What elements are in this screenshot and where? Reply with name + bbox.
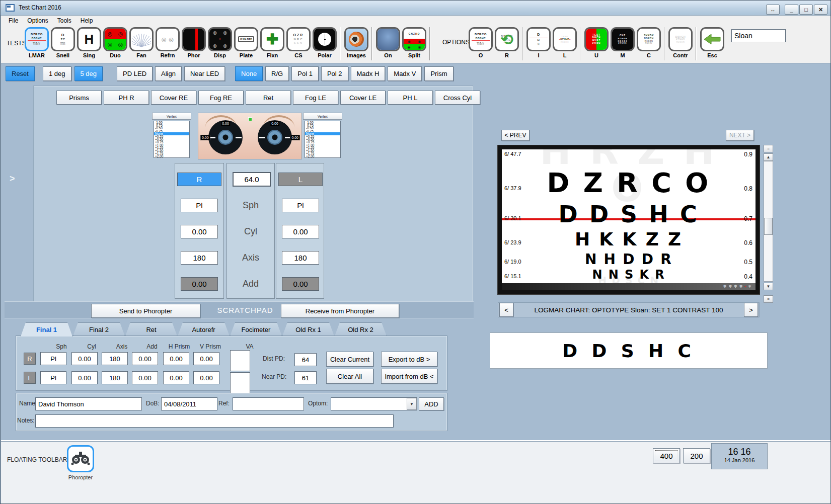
aux-lens-listbox[interactable]: -1.00-0.75-0.50-0.25None+0.25+0.50+0.75+…	[305, 121, 341, 158]
final-l-add-field[interactable]: 0.00	[132, 371, 158, 384]
option-r-button[interactable]: DZRCODSHCHKZZ⟲R	[494, 27, 520, 58]
optom-dropdown[interactable]: ▼	[331, 397, 417, 410]
aux-lens-option[interactable]: +2.00	[154, 155, 189, 158]
chart-size-down-button[interactable]: =	[764, 295, 773, 303]
option-esc-button[interactable]: Esc	[699, 27, 725, 58]
control-r-g-button[interactable]: R/G	[265, 66, 289, 81]
phoropter-toolbar-button[interactable]	[67, 445, 94, 472]
test-polar-button[interactable]: Polar	[312, 27, 338, 58]
final-l-axis-field[interactable]: 180	[102, 371, 128, 384]
aux-list-header-button[interactable]: Vertex	[303, 113, 342, 120]
final-r-va-field[interactable]	[230, 350, 250, 371]
rx-l-axis-field[interactable]: 180	[282, 251, 319, 265]
close-button[interactable]: ✕	[814, 5, 827, 15]
resize-width-button[interactable]: ↔	[766, 5, 780, 15]
rx-l-add-field[interactable]: 0.00	[282, 277, 319, 291]
export-to-db-button[interactable]: Export to dB >	[381, 352, 437, 367]
left-eye-header[interactable]: L	[278, 173, 323, 186]
ref-field[interactable]	[233, 397, 304, 410]
scrollbar-thumb[interactable]	[764, 218, 773, 235]
test-cs-button[interactable]: OZRNRCSSNCS	[285, 27, 312, 58]
control-pol-1-button[interactable]: Pol 1	[291, 66, 319, 81]
menu-help[interactable]: Help	[76, 16, 98, 25]
dist-pd-field[interactable]: 64	[294, 353, 317, 366]
menu-file[interactable]: File	[4, 16, 23, 25]
function-prisms-button[interactable]: Prisms	[56, 91, 102, 105]
option-m-button[interactable]: CNZNZHKHODOZOZRNROM	[610, 27, 636, 58]
test-lmar-button[interactable]: DZRCODDSHCHKKZZNHDDRLMAR	[24, 27, 50, 58]
tab-focimeter[interactable]: Focimeter	[230, 322, 282, 336]
optotype-input[interactable]	[731, 29, 786, 42]
final-l-cyl-field[interactable]: 0.00	[71, 371, 98, 384]
control-1-deg-button[interactable]: 1 deg	[43, 66, 71, 81]
option-l-button[interactable]: ZRNO–KZNHD–RKZHOL	[552, 27, 578, 58]
test-sing-button[interactable]: HSing	[76, 27, 102, 58]
chart-size-up-button[interactable]: =	[764, 145, 773, 152]
final-l-h-prism-field[interactable]: 0.00	[163, 371, 189, 384]
test-fixn-button[interactable]: ✚Fixn	[259, 27, 285, 58]
final-r-h-prism-field[interactable]: 0.00	[163, 352, 189, 365]
rx-r-cyl-field[interactable]: 0.00	[181, 225, 218, 238]
aux-lens-option[interactable]: +2.00	[305, 155, 340, 158]
receive-from-phoropter-button[interactable]: Receive from Phoropter	[281, 304, 399, 318]
tab-ret[interactable]: Ret	[125, 322, 177, 336]
option-o-button[interactable]: DZRCODDSHCHKKZZNHDDRO	[468, 27, 494, 58]
add-patient-button[interactable]: ADD	[419, 397, 444, 410]
test-duo-button[interactable]: ◎◎◎◎Duo	[102, 27, 128, 58]
test-disp-button[interactable]: ◎◎◎◎+Disp	[207, 27, 233, 58]
status-next-button[interactable]: >	[744, 303, 758, 317]
expand-left-arrow[interactable]: >	[10, 174, 15, 184]
function-ph-r-button[interactable]: PH R	[104, 91, 149, 105]
final-l-sph-field[interactable]: Pl	[40, 371, 66, 384]
clear-current-button[interactable]: Clear Current	[326, 352, 373, 367]
function-ret-button[interactable]: Ret	[246, 91, 291, 105]
tab-final-1[interactable]: Final 1	[21, 322, 72, 337]
status-prev-button[interactable]: <	[499, 303, 513, 317]
final-r-axis-field[interactable]: 180	[102, 352, 128, 365]
near-pd-field[interactable]: 61	[294, 371, 317, 384]
test-split-button[interactable]: CNZHD◉◉◉◉Split	[401, 27, 427, 58]
test-refrn-button[interactable]: ◎◎Refrn	[155, 27, 181, 58]
scroll-up-button[interactable]: ▲	[764, 153, 773, 161]
control-none-button[interactable]: None	[235, 66, 263, 81]
test-fan-button[interactable]: Fan	[128, 27, 155, 58]
test-phor-button[interactable]: Phor	[181, 27, 207, 58]
final-r-cyl-field[interactable]: 0.00	[71, 352, 98, 365]
function-cross-cyl-button[interactable]: Cross Cyl	[435, 91, 480, 105]
maximize-button[interactable]: □	[799, 5, 813, 15]
aux-list-header-button[interactable]: Vertex	[152, 113, 191, 120]
name-field[interactable]	[35, 397, 142, 410]
control-madx-v-button[interactable]: Madx V	[388, 66, 422, 81]
chart-prev-button[interactable]: < PREV	[501, 130, 530, 141]
final-l-va-field[interactable]	[230, 372, 250, 393]
import-from-db-button[interactable]: Import from dB <	[381, 369, 437, 384]
function-fog-re-button[interactable]: Fog RE	[198, 91, 244, 105]
rx-l-cyl-field[interactable]: 0.00	[282, 225, 319, 238]
tab-autorefr[interactable]: Autorefr	[178, 322, 230, 336]
tab-old-rx-2[interactable]: Old Rx 2	[335, 322, 387, 336]
chart-scrollbar[interactable]	[764, 161, 773, 282]
tab-final-2[interactable]: Final 2	[73, 322, 125, 336]
control-near-led-button[interactable]: Near LED	[184, 66, 225, 81]
option-c-button[interactable]: SVKDKNORCHRODZNRNKRVC	[636, 27, 662, 58]
final-r-v-prism-field[interactable]: 0.00	[193, 352, 219, 365]
control-5-deg-button[interactable]: 5 deg	[74, 66, 103, 81]
clear-all-button[interactable]: Clear All	[326, 369, 373, 384]
aux-lens-listbox[interactable]: -1.00-0.75-0.50-0.25None+0.25+0.50+0.75+…	[154, 121, 190, 158]
dropdown-arrow-icon[interactable]: ▼	[407, 398, 417, 410]
rx-l-sph-field[interactable]: Pl	[282, 199, 319, 212]
option-i-button[interactable]: DHNI	[525, 27, 552, 58]
notes-field[interactable]	[35, 414, 394, 428]
final-r-sph-field[interactable]: Pl	[40, 352, 66, 365]
function-ph-l-button[interactable]: PH L	[388, 91, 433, 105]
option-u-button[interactable]: TCBTNHCNHVBZKORNU	[583, 27, 610, 58]
dob-field[interactable]	[161, 397, 217, 410]
menu-options[interactable]: Options	[23, 16, 52, 25]
rx-r-axis-field[interactable]: 180	[181, 251, 218, 265]
function-fog-le-button[interactable]: Fog LE	[293, 91, 338, 105]
test-plate-button[interactable]: GJ04 DFBPlate	[233, 27, 259, 58]
test-on-button[interactable]: On	[375, 27, 401, 58]
distance-400-button[interactable]: 400	[653, 448, 680, 463]
test-images-button[interactable]: Images	[343, 27, 369, 58]
control-reset-button[interactable]: Reset	[6, 66, 35, 81]
